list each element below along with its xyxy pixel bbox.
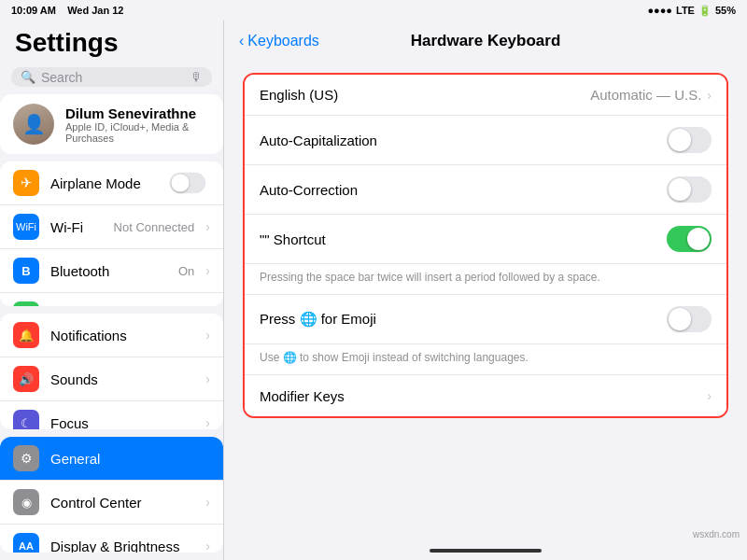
search-bar[interactable]: 🔍 Search 🎙 bbox=[11, 67, 212, 87]
modifier-label: Modifier Keys bbox=[260, 388, 707, 404]
back-chevron-icon: ‹ bbox=[239, 33, 244, 49]
english-us-chevron: › bbox=[707, 88, 712, 103]
sounds-icon: 🔊 bbox=[13, 366, 39, 392]
row-emoji[interactable]: Press 🌐 for Emoji bbox=[245, 295, 726, 344]
display-icon: AA bbox=[13, 533, 39, 553]
watermark: wsxdn.com bbox=[693, 529, 740, 539]
home-indicator bbox=[430, 549, 542, 553]
english-us-label: English (US) bbox=[260, 87, 590, 103]
sidebar-section-1: ✈ Airplane Mode WiFi Wi-Fi Not Connected… bbox=[0, 161, 223, 306]
airplane-mode-label: Airplane Mode bbox=[50, 175, 154, 191]
general-label: General bbox=[50, 451, 210, 467]
avatar: 👤 bbox=[13, 104, 54, 145]
sidebar-section-2: 🔔 Notifications › 🔊 Sounds › ☾ Focus › ⌚… bbox=[0, 314, 223, 429]
status-time-date: 10:09 AM Wed Jan 12 bbox=[11, 5, 123, 16]
network-icon: LTE bbox=[676, 5, 695, 16]
sidebar-item-sounds[interactable]: 🔊 Sounds › bbox=[0, 357, 223, 401]
user-profile[interactable]: 👤 Dilum Senevirathne Apple ID, iCloud+, … bbox=[0, 94, 223, 154]
sounds-label: Sounds bbox=[50, 371, 194, 387]
row-auto-correct[interactable]: Auto-Correction bbox=[245, 165, 726, 215]
search-placeholder: Search bbox=[41, 70, 185, 85]
bluetooth-chevron: › bbox=[205, 263, 210, 278]
sidebar: Settings 🔍 Search 🎙 👤 Dilum Senevirathne… bbox=[0, 21, 224, 560]
wifi-value: Not Connected bbox=[114, 220, 195, 234]
battery-level: 55% bbox=[715, 5, 736, 16]
battery-icon: 🔋 bbox=[698, 5, 712, 17]
wifi-label: Wi-Fi bbox=[50, 219, 103, 235]
bluetooth-value: On bbox=[178, 264, 194, 278]
english-us-value: Automatic — U.S. bbox=[590, 87, 701, 103]
notifications-chevron: › bbox=[205, 328, 210, 343]
airplane-mode-icon: ✈ bbox=[13, 170, 39, 196]
sidebar-item-notifications[interactable]: 🔔 Notifications › bbox=[0, 314, 223, 357]
sidebar-section-3: ⚙ General ◉ Control Center › AA Display … bbox=[0, 437, 223, 553]
general-icon: ⚙ bbox=[13, 445, 39, 471]
wifi-chevron: › bbox=[205, 219, 210, 234]
auto-cap-toggle[interactable] bbox=[667, 127, 712, 153]
search-icon: 🔍 bbox=[21, 70, 35, 84]
notifications-label: Notifications bbox=[50, 328, 194, 343]
sidebar-item-cellular[interactable]: 📡 Cellular Data › bbox=[0, 293, 223, 306]
sidebar-item-wifi[interactable]: WiFi Wi-Fi Not Connected › bbox=[0, 205, 223, 249]
nav-title: Hardware Keyboard bbox=[411, 32, 561, 50]
bluetooth-label: Bluetooth bbox=[50, 263, 167, 279]
row-modifier[interactable]: Modifier Keys › bbox=[245, 375, 726, 416]
focus-icon: ☾ bbox=[13, 410, 39, 429]
nav-back-label: Keyboards bbox=[247, 33, 319, 49]
airplane-toggle[interactable] bbox=[170, 173, 205, 193]
nav-bar: ‹ Keyboards Hardware Keyboard bbox=[224, 21, 747, 62]
user-subtitle: Apple ID, iCloud+, Media & Purchases bbox=[65, 121, 210, 144]
sidebar-item-bluetooth[interactable]: B Bluetooth On › bbox=[0, 249, 223, 293]
focus-chevron: › bbox=[205, 415, 210, 429]
status-bar: 10:09 AM Wed Jan 12 ●●●● LTE 🔋 55% bbox=[0, 0, 747, 21]
shortcut-label: "" Shortcut bbox=[260, 231, 667, 247]
emoji-label: Press 🌐 for Emoji bbox=[260, 311, 667, 328]
row-auto-cap[interactable]: Auto-Capitalization bbox=[245, 116, 726, 165]
emoji-hint-row: Use 🌐 to show Emoji instead of switching… bbox=[245, 344, 726, 375]
controlcenter-chevron: › bbox=[205, 495, 210, 510]
sidebar-title: Settings bbox=[0, 21, 223, 63]
content-area: ‹ Keyboards Hardware Keyboard English (U… bbox=[224, 21, 747, 560]
controlcenter-icon: ◉ bbox=[13, 489, 39, 515]
microphone-icon: 🎙 bbox=[190, 70, 203, 84]
shortcut-toggle[interactable] bbox=[667, 226, 712, 252]
signal-icon: ●●●● bbox=[647, 5, 672, 16]
bottom-bar bbox=[224, 541, 747, 560]
content-scroll[interactable]: English (US) Automatic — U.S. › Auto-Cap… bbox=[224, 62, 747, 541]
user-name: Dilum Senevirathne bbox=[65, 105, 210, 121]
display-chevron: › bbox=[205, 539, 210, 553]
sidebar-item-display[interactable]: AA Display & Brightness › bbox=[0, 525, 223, 553]
display-label: Display & Brightness bbox=[50, 539, 194, 553]
focus-label: Focus bbox=[50, 415, 194, 429]
modifier-chevron: › bbox=[707, 388, 712, 403]
sidebar-item-focus[interactable]: ☾ Focus › bbox=[0, 401, 223, 429]
shortcut-hint-row: Pressing the space bar twice will insert… bbox=[245, 264, 726, 295]
auto-correct-label: Auto-Correction bbox=[260, 182, 667, 198]
row-english-us[interactable]: English (US) Automatic — U.S. › bbox=[245, 75, 726, 116]
auto-cap-label: Auto-Capitalization bbox=[260, 133, 667, 148]
emoji-hint-text: Use 🌐 to show Emoji instead of switching… bbox=[260, 351, 529, 364]
shortcut-hint-text: Pressing the space bar twice will insert… bbox=[260, 271, 600, 284]
emoji-toggle[interactable] bbox=[667, 306, 712, 332]
sounds-chevron: › bbox=[205, 371, 210, 386]
bluetooth-icon: B bbox=[13, 258, 39, 284]
status-right: ●●●● LTE 🔋 55% bbox=[647, 5, 736, 17]
sidebar-item-general[interactable]: ⚙ General bbox=[0, 437, 223, 481]
settings-card: English (US) Automatic — U.S. › Auto-Cap… bbox=[243, 73, 728, 418]
cellular-icon: 📡 bbox=[13, 301, 39, 306]
controlcenter-label: Control Center bbox=[50, 495, 194, 511]
auto-correct-toggle[interactable] bbox=[667, 176, 712, 203]
row-shortcut[interactable]: "" Shortcut bbox=[245, 215, 726, 264]
notifications-icon: 🔔 bbox=[13, 322, 39, 348]
sidebar-item-airplane-mode[interactable]: ✈ Airplane Mode bbox=[0, 161, 223, 205]
wifi-icon: WiFi bbox=[13, 214, 39, 240]
sidebar-item-controlcenter[interactable]: ◉ Control Center › bbox=[0, 481, 223, 525]
nav-back-button[interactable]: ‹ Keyboards bbox=[239, 33, 319, 49]
